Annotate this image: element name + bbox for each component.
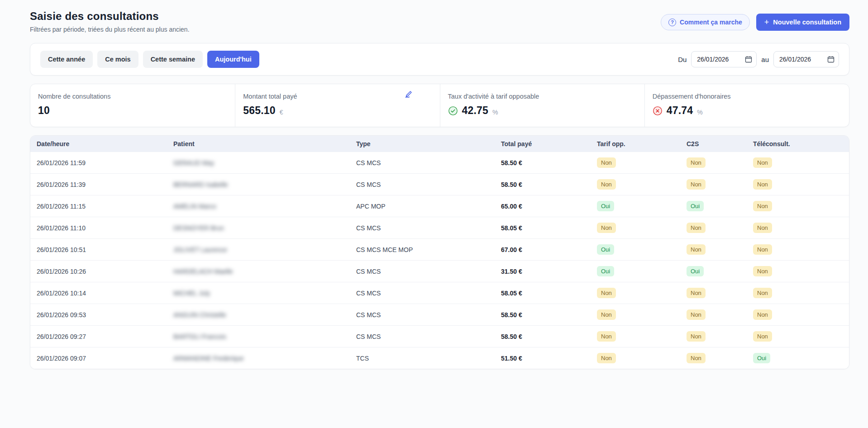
consultation-row[interactable]: 26/01/2026 10:26 HARDELACH Maelle CS MCS… bbox=[30, 261, 849, 282]
page-header: Saisie des consultations Filtrées par pé… bbox=[30, 10, 849, 33]
cell-datetime: 26/01/2026 11:59 bbox=[30, 152, 167, 174]
cell-datetime: 26/01/2026 11:15 bbox=[30, 195, 167, 217]
teleconsult-badge: Non bbox=[753, 288, 772, 298]
cell-type: CS MCS bbox=[350, 152, 495, 174]
column-header-patient: Patient bbox=[167, 136, 350, 152]
consultation-row[interactable]: 26/01/2026 11:39 BERNARD Isabelle CS MCS… bbox=[30, 174, 849, 195]
cell-total: 58.50 € bbox=[495, 174, 591, 195]
teleconsult-badge: Non bbox=[753, 179, 772, 190]
stat-label: Nombre de consultations bbox=[38, 93, 226, 100]
stat-unit: % bbox=[697, 109, 702, 116]
cell-datetime: 26/01/2026 11:39 bbox=[30, 174, 167, 195]
date-to-label: au bbox=[761, 56, 769, 63]
cell-total: 51.50 € bbox=[495, 347, 591, 369]
cell-type: CS MCS bbox=[350, 304, 495, 326]
stat-label: Montant total payé bbox=[243, 93, 430, 100]
column-header-tarif-opp: Tarif opp. bbox=[591, 136, 680, 152]
tarif-opp-badge: Oui bbox=[597, 244, 614, 255]
consultation-row[interactable]: 26/01/2026 09:27 BARTOLI Francois CS MCS… bbox=[30, 326, 849, 347]
cell-type: APC MOP bbox=[350, 195, 495, 217]
cell-patient-redacted: DESNOYER Brun bbox=[173, 224, 224, 232]
consultation-row[interactable]: 26/01/2026 09:53 ANGUIN Christelle CS MC… bbox=[30, 304, 849, 326]
cell-datetime: 26/01/2026 10:26 bbox=[30, 261, 167, 282]
cell-type: CS MCS bbox=[350, 326, 495, 347]
cell-type: CS MCS bbox=[350, 217, 495, 239]
c2s-badge: Non bbox=[687, 223, 706, 233]
cell-patient-redacted: HARDELACH Maelle bbox=[173, 268, 233, 275]
consultation-row[interactable]: 26/01/2026 11:10 DESNOYER Brun CS MCS 58… bbox=[30, 217, 849, 239]
date-from-label: Du bbox=[678, 56, 687, 63]
question-icon: ? bbox=[668, 19, 676, 26]
c2s-badge: Non bbox=[687, 353, 706, 363]
cell-patient-redacted: ARMANDINE Frederique bbox=[173, 355, 244, 362]
teleconsult-badge: Non bbox=[753, 266, 772, 276]
cell-datetime: 26/01/2026 09:53 bbox=[30, 304, 167, 326]
c2s-badge: Non bbox=[687, 331, 706, 342]
teleconsult-badge: Non bbox=[753, 223, 772, 233]
c2s-badge: Oui bbox=[687, 201, 704, 211]
consultation-row[interactable]: 26/01/2026 11:15 AMELIN Marco APC MOP 65… bbox=[30, 195, 849, 217]
c2s-badge: Non bbox=[687, 288, 706, 298]
cell-type: CS MCS bbox=[350, 261, 495, 282]
c2s-badge: Non bbox=[687, 179, 706, 190]
cell-type: TCS bbox=[350, 347, 495, 369]
c2s-badge: Non bbox=[687, 244, 706, 255]
tarif-opp-badge: Non bbox=[597, 223, 616, 233]
date-from-field[interactable] bbox=[691, 51, 757, 67]
column-header-datetime: Date/heure bbox=[30, 136, 167, 152]
cell-patient-redacted: AMELIN Marco bbox=[173, 203, 216, 210]
consultations-table-card: Date/heure Patient Type Total payé Tarif… bbox=[30, 135, 849, 369]
consultation-row[interactable]: 26/01/2026 10:51 JOLIVET Laurence CS MCS… bbox=[30, 239, 849, 261]
cell-total: 31.50 € bbox=[495, 261, 591, 282]
teleconsult-badge: Oui bbox=[753, 353, 770, 363]
consultation-row[interactable]: 26/01/2026 11:59 GERAUD May CS MCS 58.50… bbox=[30, 152, 849, 174]
consultation-row[interactable]: 26/01/2026 10:14 MICHEL July CS MCS 58.0… bbox=[30, 282, 849, 304]
consultation-row[interactable]: 26/01/2026 09:07 ARMANDINE Frederique TC… bbox=[30, 347, 849, 369]
cell-patient-redacted: GERAUD May bbox=[173, 159, 214, 166]
filter-bar: Cette année Ce mois Cette semaine Aujour… bbox=[30, 43, 849, 76]
new-consultation-label: Nouvelle consultation bbox=[773, 19, 841, 26]
tarif-opp-badge: Non bbox=[597, 288, 616, 298]
column-header-teleconsult: Téléconsult. bbox=[747, 136, 849, 152]
new-consultation-button[interactable]: + Nouvelle consultation bbox=[756, 14, 849, 31]
stat-unit: % bbox=[492, 109, 498, 116]
cell-total: 58.50 € bbox=[495, 304, 591, 326]
table-header-row: Date/heure Patient Type Total payé Tarif… bbox=[30, 136, 849, 152]
cell-patient-redacted: JOLIVET Laurence bbox=[173, 246, 227, 253]
calendar-icon[interactable] bbox=[745, 56, 752, 63]
cell-total: 67.00 € bbox=[495, 239, 591, 261]
cell-patient-redacted: BARTOLI Francois bbox=[173, 333, 226, 340]
cell-total: 58.50 € bbox=[495, 326, 591, 347]
date-to-input[interactable] bbox=[779, 56, 824, 63]
filter-button-today[interactable]: Aujourd'hui bbox=[207, 51, 259, 68]
calendar-icon[interactable] bbox=[827, 56, 835, 63]
tarif-opp-badge: Non bbox=[597, 309, 616, 320]
cell-type: CS MCS bbox=[350, 282, 495, 304]
edit-icon[interactable] bbox=[404, 90, 413, 99]
how-it-works-button[interactable]: ? Comment ça marche bbox=[661, 14, 750, 30]
c2s-badge: Oui bbox=[687, 266, 704, 276]
teleconsult-badge: Non bbox=[753, 157, 772, 168]
stat-opposable-rate: Taux d'activité à tarif opposable 42.75 … bbox=[440, 84, 644, 127]
stat-label: Dépassement d'honoraires bbox=[653, 93, 840, 100]
cell-patient-redacted: MICHEL July bbox=[173, 290, 210, 297]
teleconsult-badge: Non bbox=[753, 309, 772, 320]
stat-value: 47.74 bbox=[667, 105, 693, 117]
filter-button-week[interactable]: Cette semaine bbox=[143, 51, 203, 68]
cell-total: 65.00 € bbox=[495, 195, 591, 217]
teleconsult-badge: Non bbox=[753, 201, 772, 211]
stat-value: 565.10 bbox=[243, 105, 276, 117]
stat-overrun: Dépassement d'honoraires 47.74 % bbox=[644, 84, 849, 127]
column-header-total: Total payé bbox=[495, 136, 591, 152]
cell-total: 58.05 € bbox=[495, 282, 591, 304]
cell-patient-redacted: ANGUIN Christelle bbox=[173, 311, 226, 319]
stat-total-paid: Montant total payé 565.10 € bbox=[235, 84, 439, 127]
date-to-field[interactable] bbox=[773, 51, 839, 67]
filter-button-year[interactable]: Cette année bbox=[40, 51, 93, 68]
date-from-input[interactable] bbox=[697, 56, 742, 63]
cell-datetime: 26/01/2026 10:14 bbox=[30, 282, 167, 304]
header-actions: ? Comment ça marche + Nouvelle consultat… bbox=[661, 14, 849, 31]
x-circle-icon bbox=[653, 106, 663, 116]
filter-button-month[interactable]: Ce mois bbox=[97, 51, 138, 68]
stat-value: 10 bbox=[38, 105, 50, 117]
